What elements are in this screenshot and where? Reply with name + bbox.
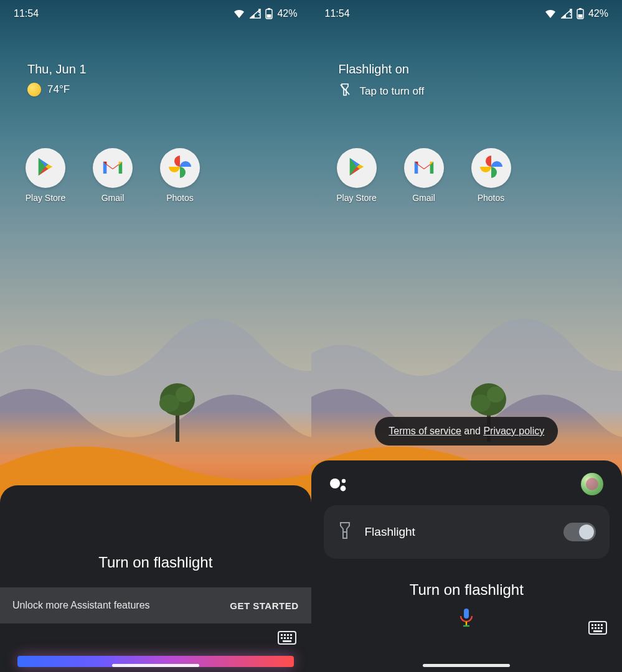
svg-rect-18 xyxy=(283,640,291,642)
svg-rect-13 xyxy=(290,634,292,636)
svg-point-22 xyxy=(487,386,504,403)
keyboard-icon[interactable] xyxy=(588,621,607,637)
signal-icon xyxy=(561,9,572,19)
at-a-glance[interactable]: Flashlight on Tap to turn off xyxy=(339,62,425,100)
svg-rect-27 xyxy=(578,14,582,18)
svg-point-3 xyxy=(176,386,193,403)
app-gmail[interactable]: Gmail xyxy=(88,148,137,203)
status-battery-text: 42% xyxy=(277,8,297,19)
svg-rect-33 xyxy=(464,609,469,618)
app-label: Gmail xyxy=(101,193,125,203)
profile-avatar[interactable] xyxy=(581,473,603,495)
svg-rect-10 xyxy=(281,634,283,636)
svg-rect-42 xyxy=(595,627,596,629)
status-bar: 11:54 42% xyxy=(311,0,623,27)
at-a-glance[interactable]: Thu, Jun 1 74°F xyxy=(27,62,87,96)
flashlight-icon xyxy=(337,521,352,543)
battery-icon xyxy=(265,8,273,19)
glance-flashlight-subtitle: Tap to turn off xyxy=(360,85,425,98)
status-time: 11:54 xyxy=(325,8,350,19)
status-time: 11:54 xyxy=(14,8,39,19)
svg-rect-38 xyxy=(595,624,596,626)
svg-point-24 xyxy=(570,14,571,16)
svg-rect-11 xyxy=(284,634,286,636)
assistant-logo-icon xyxy=(329,476,351,492)
weather-sun-icon xyxy=(27,83,41,96)
get-started-button[interactable]: GET STARTED xyxy=(230,600,298,611)
tos-and: and xyxy=(461,426,484,436)
wifi-icon xyxy=(544,9,557,19)
app-play-store[interactable]: Play Store xyxy=(21,148,70,203)
svg-rect-45 xyxy=(593,630,602,632)
play-store-icon xyxy=(35,156,56,180)
svg-point-30 xyxy=(341,479,345,483)
assistant-mic-button[interactable] xyxy=(324,607,610,628)
svg-point-29 xyxy=(330,478,340,488)
app-label: Play Store xyxy=(26,193,66,203)
flashlight-off-icon xyxy=(339,83,351,100)
app-label: Play Store xyxy=(336,193,377,203)
keyboard-icon[interactable] xyxy=(278,631,296,647)
svg-rect-37 xyxy=(591,624,593,626)
svg-rect-16 xyxy=(287,637,289,639)
svg-rect-14 xyxy=(281,637,283,639)
phone-right: 11:54 42% Flashlight on Tap to turn off … xyxy=(311,0,623,672)
svg-rect-40 xyxy=(601,624,603,626)
assistant-unlock-bar[interactable]: Unlock more Assistant features GET START… xyxy=(0,587,311,623)
svg-rect-41 xyxy=(591,627,593,629)
app-play-store[interactable]: Play Store xyxy=(332,148,381,203)
glance-flashlight-title: Flashlight on xyxy=(339,62,425,77)
wallpaper-tree xyxy=(156,373,199,442)
assistant-sheet: Flashlight Turn on flashlight xyxy=(311,460,623,672)
gesture-nav-pill[interactable] xyxy=(112,664,199,667)
phone-left: 11:54 42% Thu, Jun 1 74°F Play Store xyxy=(0,0,311,672)
status-bar: 11:54 42% xyxy=(0,0,311,27)
unlock-text: Unlock more Assistant features xyxy=(12,600,150,611)
svg-rect-17 xyxy=(290,637,292,639)
gmail-icon xyxy=(101,158,124,178)
assistant-sheet: Turn on flashlight Unlock more Assistant… xyxy=(0,485,311,672)
svg-rect-8 xyxy=(267,14,271,18)
svg-rect-44 xyxy=(601,627,603,629)
flashlight-toggle[interactable] xyxy=(563,523,596,541)
svg-rect-43 xyxy=(598,627,600,629)
tos-chip[interactable]: Terms of service and Privacy policy xyxy=(375,417,558,446)
photos-icon xyxy=(169,156,191,180)
svg-rect-15 xyxy=(284,637,286,639)
app-photos[interactable]: Photos xyxy=(467,148,516,203)
svg-point-5 xyxy=(258,14,260,16)
app-label: Photos xyxy=(478,193,505,203)
signal-icon xyxy=(250,9,261,19)
photos-icon xyxy=(480,156,502,180)
svg-rect-26 xyxy=(579,8,582,9)
battery-icon xyxy=(577,8,584,19)
app-photos[interactable]: Photos xyxy=(156,148,204,203)
svg-point-31 xyxy=(340,486,346,492)
home-apps-row: Play Store Gmail Photos xyxy=(21,148,204,203)
app-gmail[interactable]: Gmail xyxy=(400,148,448,203)
glance-date: Thu, Jun 1 xyxy=(27,62,87,77)
wifi-icon xyxy=(233,9,245,19)
terms-link[interactable]: Terms of service xyxy=(389,426,461,436)
svg-rect-7 xyxy=(268,8,270,9)
flashlight-card[interactable]: Flashlight xyxy=(324,505,610,559)
app-label: Photos xyxy=(166,193,194,203)
assistant-title: Turn on flashlight xyxy=(0,554,311,571)
svg-rect-12 xyxy=(287,634,289,636)
gmail-icon xyxy=(413,158,435,178)
gesture-nav-pill[interactable] xyxy=(423,664,510,667)
play-store-icon xyxy=(346,156,367,180)
flashlight-card-label: Flashlight xyxy=(365,525,552,539)
glance-temp: 74°F xyxy=(47,83,70,96)
home-apps-row: Play Store Gmail Photos xyxy=(332,148,516,203)
assistant-title: Turn on flashlight xyxy=(324,581,610,599)
app-label: Gmail xyxy=(412,193,435,203)
svg-rect-39 xyxy=(598,624,600,626)
privacy-link[interactable]: Privacy policy xyxy=(483,426,544,436)
status-battery-text: 42% xyxy=(588,8,608,19)
